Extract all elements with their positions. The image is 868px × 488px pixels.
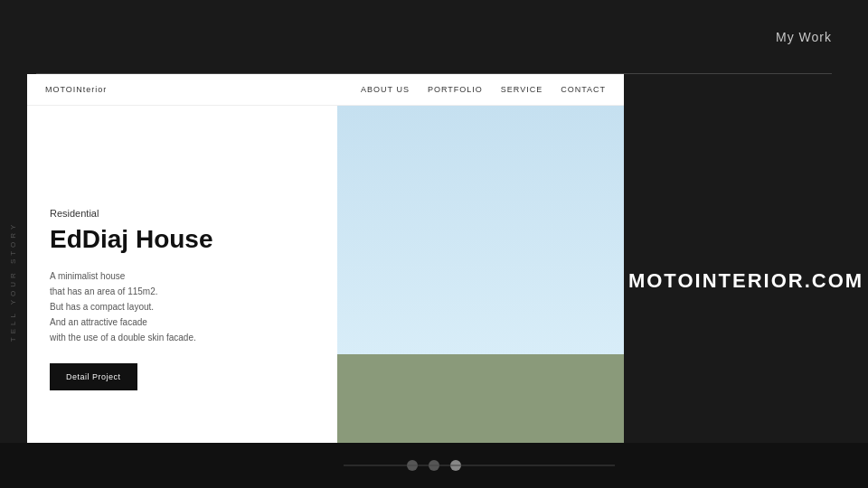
card-nav: MOTOINterior ABOUT US PORTFOLIO SERVICE … xyxy=(27,74,624,106)
top-bar-line xyxy=(36,73,832,74)
nav-portfolio[interactable]: PORTFOLIO xyxy=(428,85,483,94)
sky-background xyxy=(337,106,624,354)
nav-contact[interactable]: CONTACT xyxy=(561,85,606,94)
bottom-decorative-line xyxy=(344,465,615,466)
right-panel: MOTOINTERIOR.COM xyxy=(624,74,868,488)
detail-project-button[interactable]: Detail Project xyxy=(50,363,137,390)
left-sidebar: TELL YOUR STORY xyxy=(0,74,27,488)
my-work-label: My Work xyxy=(776,30,832,44)
main-content: TELL YOUR STORY MOTOINterior ABOUT US PO… xyxy=(0,74,868,488)
brand-name: MOTOINTERIOR.COM xyxy=(628,269,863,293)
nav-about[interactable]: ABOUT US xyxy=(361,85,410,94)
project-category: Residential xyxy=(50,208,315,219)
card-logo: MOTOINterior xyxy=(45,85,107,94)
project-title: EdDiaj House xyxy=(50,226,315,254)
project-description: A minimalist housethat has an area of 11… xyxy=(50,268,315,345)
nav-service[interactable]: SERVICE xyxy=(501,85,542,94)
card-text-section: Residential EdDiaj House A minimalist ho… xyxy=(27,106,337,488)
website-card: MOTOINterior ABOUT US PORTFOLIO SERVICE … xyxy=(27,74,624,488)
card-image-section: f in xyxy=(337,106,624,488)
bottom-bar xyxy=(0,443,868,488)
card-body: Residential EdDiaj House A minimalist ho… xyxy=(27,106,624,488)
card-nav-links: ABOUT US PORTFOLIO SERVICE CONTACT xyxy=(361,85,606,94)
rotated-story-text: TELL YOUR STORY xyxy=(10,221,18,342)
top-bar: My Work xyxy=(0,0,868,74)
